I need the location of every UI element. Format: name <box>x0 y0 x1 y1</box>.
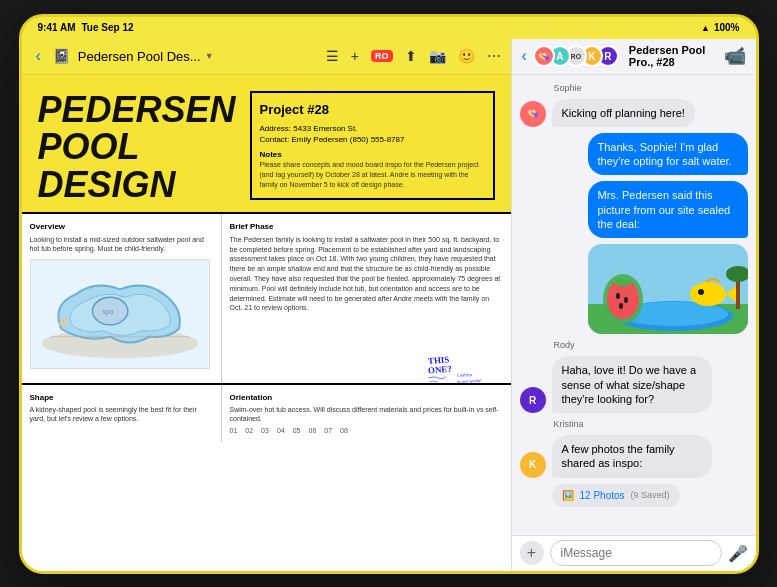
avatar-sophie: 👒 <box>533 45 555 67</box>
group-name: Pedersen Pool Pro., #28 <box>629 44 718 68</box>
battery-display: 100% <box>714 22 740 33</box>
avatar-kristina-small: K <box>520 452 546 478</box>
share-icon[interactable]: ⬆ <box>405 48 417 64</box>
message-row-kristina: K A few photos the family shared as insp… <box>520 435 748 478</box>
message-row-sophie: 👒 Kicking off planning here! <box>520 99 748 127</box>
shape-text: A kidney-shaped pool is seemingly the be… <box>30 405 213 423</box>
notes-doc-title: Pedersen Pool Des... <box>78 49 201 64</box>
message-bubble-kristina: A few photos the family shared as inspo: <box>552 435 712 478</box>
messages-panel: ‹ 👒 A RO K R Pedersen Pool Pro., #28 📹 S… <box>512 39 756 571</box>
brief-phase-label: Brief Phase <box>230 222 503 231</box>
notes-toolbar: ‹ 📓 Pedersen Pool Des... ▼ ☰ + RO ⬆ 📷 🙂 … <box>22 39 511 75</box>
orientation-text: Swim-over hot tub access. Will discuss d… <box>230 405 503 423</box>
apple-pencil <box>349 14 429 15</box>
notes-toolbar-icons: ☰ + RO ⬆ 📷 🙂 ⋯ <box>326 48 501 64</box>
doc-brief-section: Brief Phase The Pedersen family is looki… <box>222 214 511 383</box>
message-input[interactable] <box>550 540 722 566</box>
emoji-icon[interactable]: 🙂 <box>458 48 475 64</box>
message-bubble-sent-2: Mrs. Pedersen said this picture from our… <box>588 181 748 238</box>
project-address: Address: 5433 Emerson St. <box>260 123 485 134</box>
doc-orientation-section: Orientation Swim-over hot tub access. Wi… <box>222 385 511 442</box>
list-icon[interactable]: ☰ <box>326 48 339 64</box>
document-footer: Shape A kidney-shaped pool is seemingly … <box>22 383 511 442</box>
ro-badge: RO <box>371 50 393 62</box>
pool-sketch-image: spa <box>30 259 210 369</box>
group-avatars: 👒 A RO K R <box>533 45 613 67</box>
svg-rect-5 <box>61 318 67 322</box>
status-left: 9:41 AM Tue Sep 12 <box>38 22 134 33</box>
file-bubble[interactable]: 🖼️ 12 Photos (9 Saved) <box>552 484 680 507</box>
notes-label: Notes <box>260 149 485 160</box>
time-display: 9:41 AM <box>38 22 76 33</box>
main-area: ‹ 📓 Pedersen Pool Des... ▼ ☰ + RO ⬆ 📷 🙂 … <box>22 39 756 571</box>
chevron-down-icon[interactable]: ▼ <box>205 51 214 61</box>
notes-panel: ‹ 📓 Pedersen Pool Des... ▼ ☰ + RO ⬆ 📷 🙂 … <box>22 39 512 571</box>
shape-label: Shape <box>30 393 213 402</box>
video-call-button[interactable]: 📹 <box>724 45 746 67</box>
camera-icon[interactable]: 📷 <box>429 48 446 64</box>
messages-input-bar: + 🎤 <box>512 535 756 571</box>
status-right: ▲ 100% <box>701 22 740 33</box>
file-label: 12 Photos <box>580 490 625 501</box>
add-icon[interactable]: + <box>351 48 359 64</box>
svg-rect-4 <box>59 322 67 326</box>
messages-back-button[interactable]: ‹ <box>522 47 527 65</box>
message-row-image <box>520 244 748 334</box>
sender-name-sophie: Sophie <box>554 83 748 93</box>
brief-phase-text: The Pedersen family is looking to instal… <box>230 235 503 313</box>
svg-point-21 <box>690 282 726 306</box>
avatar-sophie-small: 👒 <box>520 101 546 127</box>
status-bar: 9:41 AM Tue Sep 12 ▲ 100% <box>22 17 756 39</box>
microphone-button[interactable]: 🎤 <box>728 544 748 563</box>
orientation-numbers: 0102030405060708 <box>230 427 503 434</box>
messages-content: Sophie 👒 Kicking off planning here! Than… <box>512 75 756 535</box>
notes-content: PEDERSEN POOL DESIGN Project #28 Address… <box>22 75 511 571</box>
message-row-sent-2: Mrs. Pedersen said this picture from our… <box>520 181 748 238</box>
date-display: Tue Sep 12 <box>81 22 133 33</box>
message-row-sent-1: Thanks, Sophie! I'm glad they're opting … <box>520 133 748 176</box>
doc-shape-section: Shape A kidney-shaped pool is seemingly … <box>22 385 222 442</box>
avatar-rody-small: R <box>520 387 546 413</box>
overview-text: Looking to install a mid-sized outdoor s… <box>30 235 213 253</box>
svg-point-22 <box>698 289 704 295</box>
overview-label: Overview <box>30 222 213 231</box>
wifi-icon: ▲ <box>701 23 710 33</box>
file-icon: 🖼️ <box>562 490 574 501</box>
svg-point-19 <box>624 297 628 303</box>
document-body: Overview Looking to install a mid-sized … <box>22 212 511 383</box>
ipad-frame: 9:41 AM Tue Sep 12 ▲ 100% ‹ 📓 Pedersen P… <box>19 14 759 574</box>
document-big-title: PEDERSEN POOL DESIGN <box>38 91 238 204</box>
message-bubble-sophie: Kicking off planning here! <box>552 99 695 127</box>
document-project-info: Project #28 Address: 5433 Emerson St. Co… <box>238 91 495 204</box>
message-row-file: 🖼️ 12 Photos (9 Saved) <box>520 484 748 507</box>
orientation-label: Orientation <box>230 393 503 402</box>
svg-text:spa: spa <box>102 308 113 316</box>
message-row-rody: R Haha, love it! Do we have a sense of w… <box>520 356 748 413</box>
project-number: Project #28 <box>260 101 485 119</box>
svg-point-18 <box>616 293 620 299</box>
notes-title-area: Pedersen Pool Des... ▼ <box>78 49 318 64</box>
message-bubble-rody: Haha, love it! Do we have a sense of wha… <box>552 356 712 413</box>
svg-point-20 <box>619 303 623 309</box>
notes-text: Please share concepts and mood board ins… <box>260 160 485 189</box>
document-header: PEDERSEN POOL DESIGN Project #28 Address… <box>22 75 511 212</box>
file-sublabel: (9 Saved) <box>631 490 670 500</box>
notes-back-button[interactable]: ‹ <box>32 47 45 65</box>
message-bubble-sent-1: Thanks, Sophie! I'm glad they're opting … <box>588 133 748 176</box>
notebook-icon: 📓 <box>53 48 70 64</box>
svg-point-17 <box>614 278 632 286</box>
sender-name-rody: Rody <box>554 340 748 350</box>
project-contact: Contact: Emily Pedersen (850) 555-8787 <box>260 134 485 145</box>
doc-overview-section: Overview Looking to install a mid-sized … <box>22 214 222 383</box>
add-attachment-button[interactable]: + <box>520 541 544 565</box>
sender-name-kristina: Kristina <box>554 419 748 429</box>
messages-toolbar: ‹ 👒 A RO K R Pedersen Pool Pro., #28 📹 <box>512 39 756 75</box>
more-icon[interactable]: ⋯ <box>487 48 501 64</box>
pool-image-message <box>588 244 748 334</box>
